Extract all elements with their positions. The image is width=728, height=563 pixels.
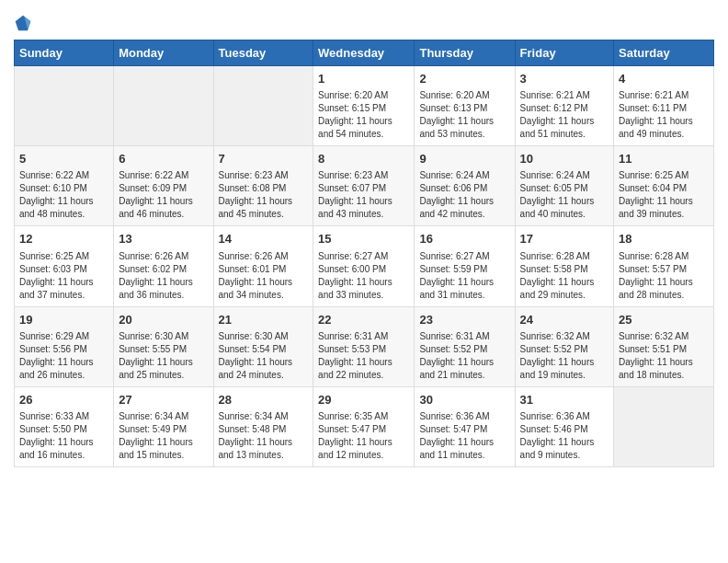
day-info: Sunrise: 6:26 AM Sunset: 6:02 PM Dayligh…	[119, 250, 208, 302]
day-number: 21	[219, 312, 309, 328]
calendar-cell: 11Sunrise: 6:25 AM Sunset: 6:04 PM Dayli…	[614, 146, 714, 226]
logo	[14, 14, 36, 32]
day-number: 19	[19, 312, 108, 328]
header	[14, 9, 714, 32]
day-number: 17	[520, 231, 609, 247]
col-header-wednesday: Wednesday	[313, 40, 415, 66]
calendar-cell: 3Sunrise: 6:21 AM Sunset: 6:12 PM Daylig…	[515, 66, 613, 146]
calendar-cell: 21Sunrise: 6:30 AM Sunset: 5:54 PM Dayli…	[213, 306, 313, 386]
day-number: 11	[619, 151, 709, 167]
calendar-cell: 2Sunrise: 6:20 AM Sunset: 6:13 PM Daylig…	[415, 66, 515, 146]
day-number: 29	[318, 392, 409, 408]
col-header-monday: Monday	[114, 40, 213, 66]
calendar-cell: 9Sunrise: 6:24 AM Sunset: 6:06 PM Daylig…	[415, 146, 515, 226]
calendar-cell: 25Sunrise: 6:32 AM Sunset: 5:51 PM Dayli…	[614, 306, 714, 386]
col-header-thursday: Thursday	[415, 40, 515, 66]
day-info: Sunrise: 6:20 AM Sunset: 6:15 PM Dayligh…	[318, 89, 409, 141]
day-number: 23	[419, 312, 509, 328]
day-number: 30	[419, 392, 509, 408]
calendar-cell: 23Sunrise: 6:31 AM Sunset: 5:52 PM Dayli…	[415, 306, 515, 386]
col-header-tuesday: Tuesday	[213, 40, 313, 66]
day-info: Sunrise: 6:26 AM Sunset: 6:01 PM Dayligh…	[219, 250, 309, 302]
calendar-week-3: 12Sunrise: 6:25 AM Sunset: 6:03 PM Dayli…	[15, 226, 714, 306]
day-number: 7	[219, 151, 309, 167]
day-info: Sunrise: 6:25 AM Sunset: 6:03 PM Dayligh…	[19, 250, 108, 302]
day-number: 27	[119, 392, 208, 408]
calendar-table: SundayMondayTuesdayWednesdayThursdayFrid…	[14, 40, 714, 467]
col-header-sunday: Sunday	[15, 40, 114, 66]
day-info: Sunrise: 6:30 AM Sunset: 5:54 PM Dayligh…	[219, 330, 309, 382]
day-info: Sunrise: 6:24 AM Sunset: 6:06 PM Dayligh…	[419, 169, 509, 221]
calendar-cell: 18Sunrise: 6:28 AM Sunset: 5:57 PM Dayli…	[614, 226, 714, 306]
calendar-week-5: 26Sunrise: 6:33 AM Sunset: 5:50 PM Dayli…	[15, 386, 714, 466]
day-info: Sunrise: 6:25 AM Sunset: 6:04 PM Dayligh…	[619, 169, 709, 221]
day-info: Sunrise: 6:24 AM Sunset: 6:05 PM Dayligh…	[520, 169, 609, 221]
day-info: Sunrise: 6:21 AM Sunset: 6:11 PM Dayligh…	[619, 89, 709, 141]
day-info: Sunrise: 6:33 AM Sunset: 5:50 PM Dayligh…	[19, 410, 108, 462]
day-number: 6	[119, 151, 208, 167]
calendar-cell: 31Sunrise: 6:36 AM Sunset: 5:46 PM Dayli…	[515, 386, 613, 466]
calendar-cell: 30Sunrise: 6:36 AM Sunset: 5:47 PM Dayli…	[415, 386, 515, 466]
day-info: Sunrise: 6:34 AM Sunset: 5:49 PM Dayligh…	[119, 410, 208, 462]
calendar-cell: 15Sunrise: 6:27 AM Sunset: 6:00 PM Dayli…	[313, 226, 415, 306]
day-number: 9	[419, 151, 509, 167]
day-info: Sunrise: 6:32 AM Sunset: 5:51 PM Dayligh…	[619, 330, 709, 382]
calendar-header-row: SundayMondayTuesdayWednesdayThursdayFrid…	[15, 40, 714, 66]
calendar-week-2: 5Sunrise: 6:22 AM Sunset: 6:10 PM Daylig…	[15, 146, 714, 226]
day-number: 14	[219, 231, 309, 247]
day-info: Sunrise: 6:30 AM Sunset: 5:55 PM Dayligh…	[119, 330, 208, 382]
day-number: 4	[619, 71, 709, 87]
day-number: 10	[520, 151, 609, 167]
day-info: Sunrise: 6:23 AM Sunset: 6:07 PM Dayligh…	[318, 169, 409, 221]
day-number: 25	[619, 312, 709, 328]
day-number: 22	[318, 312, 409, 328]
day-number: 3	[520, 71, 609, 87]
calendar-week-4: 19Sunrise: 6:29 AM Sunset: 5:56 PM Dayli…	[15, 306, 714, 386]
calendar-cell: 14Sunrise: 6:26 AM Sunset: 6:01 PM Dayli…	[213, 226, 313, 306]
calendar-cell: 5Sunrise: 6:22 AM Sunset: 6:10 PM Daylig…	[15, 146, 114, 226]
calendar-cell: 28Sunrise: 6:34 AM Sunset: 5:48 PM Dayli…	[213, 386, 313, 466]
calendar-cell: 27Sunrise: 6:34 AM Sunset: 5:49 PM Dayli…	[114, 386, 213, 466]
calendar-cell: 4Sunrise: 6:21 AM Sunset: 6:11 PM Daylig…	[614, 66, 714, 146]
day-number: 15	[318, 231, 409, 247]
calendar-cell: 17Sunrise: 6:28 AM Sunset: 5:58 PM Dayli…	[515, 226, 613, 306]
calendar-week-1: 1Sunrise: 6:20 AM Sunset: 6:15 PM Daylig…	[15, 66, 714, 146]
day-number: 26	[19, 392, 108, 408]
day-info: Sunrise: 6:20 AM Sunset: 6:13 PM Dayligh…	[419, 89, 509, 141]
calendar-cell	[213, 66, 313, 146]
calendar-cell	[15, 66, 114, 146]
day-info: Sunrise: 6:22 AM Sunset: 6:10 PM Dayligh…	[19, 169, 108, 221]
day-info: Sunrise: 6:36 AM Sunset: 5:47 PM Dayligh…	[419, 410, 509, 462]
day-number: 2	[419, 71, 509, 87]
day-info: Sunrise: 6:21 AM Sunset: 6:12 PM Dayligh…	[520, 89, 609, 141]
day-number: 13	[119, 231, 208, 247]
calendar-cell: 24Sunrise: 6:32 AM Sunset: 5:52 PM Dayli…	[515, 306, 613, 386]
day-info: Sunrise: 6:28 AM Sunset: 5:57 PM Dayligh…	[619, 250, 709, 302]
calendar-cell: 6Sunrise: 6:22 AM Sunset: 6:09 PM Daylig…	[114, 146, 213, 226]
day-info: Sunrise: 6:35 AM Sunset: 5:47 PM Dayligh…	[318, 410, 409, 462]
day-number: 31	[520, 392, 609, 408]
day-info: Sunrise: 6:34 AM Sunset: 5:48 PM Dayligh…	[219, 410, 309, 462]
page: SundayMondayTuesdayWednesdayThursdayFrid…	[0, 0, 728, 563]
day-info: Sunrise: 6:32 AM Sunset: 5:52 PM Dayligh…	[520, 330, 609, 382]
day-info: Sunrise: 6:31 AM Sunset: 5:53 PM Dayligh…	[318, 330, 409, 382]
day-info: Sunrise: 6:27 AM Sunset: 6:00 PM Dayligh…	[318, 250, 409, 302]
calendar-cell: 8Sunrise: 6:23 AM Sunset: 6:07 PM Daylig…	[313, 146, 415, 226]
col-header-saturday: Saturday	[614, 40, 714, 66]
calendar-cell: 16Sunrise: 6:27 AM Sunset: 5:59 PM Dayli…	[415, 226, 515, 306]
calendar-cell: 19Sunrise: 6:29 AM Sunset: 5:56 PM Dayli…	[15, 306, 114, 386]
calendar-cell: 22Sunrise: 6:31 AM Sunset: 5:53 PM Dayli…	[313, 306, 415, 386]
day-number: 12	[19, 231, 108, 247]
calendar-cell: 1Sunrise: 6:20 AM Sunset: 6:15 PM Daylig…	[313, 66, 415, 146]
day-info: Sunrise: 6:28 AM Sunset: 5:58 PM Dayligh…	[520, 250, 609, 302]
calendar-cell: 7Sunrise: 6:23 AM Sunset: 6:08 PM Daylig…	[213, 146, 313, 226]
logo-icon	[14, 14, 32, 32]
day-number: 5	[19, 151, 108, 167]
day-number: 28	[219, 392, 309, 408]
day-number: 8	[318, 151, 409, 167]
day-info: Sunrise: 6:22 AM Sunset: 6:09 PM Dayligh…	[119, 169, 208, 221]
col-header-friday: Friday	[515, 40, 613, 66]
calendar-cell	[614, 386, 714, 466]
calendar-cell: 29Sunrise: 6:35 AM Sunset: 5:47 PM Dayli…	[313, 386, 415, 466]
day-number: 18	[619, 231, 709, 247]
